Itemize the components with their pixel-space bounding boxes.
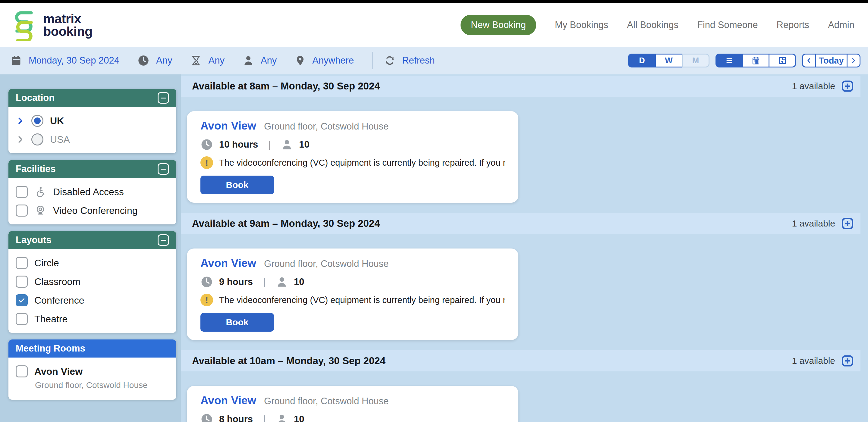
main-nav: New Booking My Bookings All Bookings Fin… xyxy=(461,15,855,35)
calendar-view-icon xyxy=(751,56,761,65)
layout-item-theatre: Theatre xyxy=(16,313,169,325)
facility-label: Video Conferencing xyxy=(53,205,138,216)
layouts-panel-header: Layouts xyxy=(8,231,176,249)
conference-checkbox[interactable] xyxy=(16,294,28,306)
avon-view-checkbox[interactable] xyxy=(16,365,28,378)
meeting-rooms-panel-title: Meeting Rooms xyxy=(16,343,85,354)
nav-find-someone[interactable]: Find Someone xyxy=(697,20,758,30)
disabled-access-checkbox[interactable] xyxy=(16,186,28,198)
layout-label: Theatre xyxy=(34,314,67,325)
room-name-link[interactable]: Avon View xyxy=(200,120,256,132)
expand-plus-icon[interactable] xyxy=(841,79,855,93)
theatre-checkbox[interactable] xyxy=(16,313,28,325)
filter-bar: Monday, 30 Sep 2024 Any Any Any xyxy=(0,47,868,74)
clock-icon xyxy=(200,413,213,422)
room-name-link[interactable]: Avon View xyxy=(200,257,256,269)
time-filter[interactable]: Any xyxy=(137,55,172,67)
nav-admin[interactable]: Admin xyxy=(828,20,855,30)
collapse-icon[interactable] xyxy=(158,92,169,104)
facilities-panel: Facilities Disabled Access xyxy=(8,160,176,224)
today-button[interactable]: Today xyxy=(815,54,847,67)
usa-radio[interactable] xyxy=(31,133,43,145)
nav-all-bookings[interactable]: All Bookings xyxy=(627,20,678,30)
room-location: Ground floor, Cotswold House xyxy=(264,396,389,407)
refresh-icon xyxy=(384,55,396,66)
expand-plus-icon[interactable] xyxy=(841,217,855,230)
attendees-filter-value: Any xyxy=(261,55,277,66)
period-month-button: M xyxy=(682,54,710,67)
clock-icon xyxy=(137,55,150,67)
filter-divider xyxy=(372,52,373,69)
location-label: USA xyxy=(50,134,70,145)
floorplan-view-button[interactable] xyxy=(769,54,796,67)
attendees-filter[interactable]: Any xyxy=(243,55,277,67)
clock-icon xyxy=(200,138,213,151)
logo-wordmark: matrix booking xyxy=(43,12,93,38)
room-card: Avon View Ground floor, Cotswold House 9… xyxy=(187,249,518,340)
details-separator: | xyxy=(268,139,271,150)
collapse-icon[interactable] xyxy=(158,234,169,246)
availability-section-header: Available at 10am – Monday, 30 Sep 2024 … xyxy=(181,350,861,371)
uk-radio[interactable] xyxy=(31,115,43,127)
floorplan-view-icon xyxy=(778,56,787,65)
room-card: Avon View Ground floor, Cotswold House 1… xyxy=(187,111,518,203)
section-title: Available at 10am – Monday, 30 Sep 2024 xyxy=(192,355,385,366)
room-label: Avon View xyxy=(34,366,83,377)
room-capacity: 10 xyxy=(294,277,304,287)
period-day-button[interactable]: D xyxy=(628,54,656,67)
facility-label: Disabled Access xyxy=(53,187,124,198)
warning-icon: ! xyxy=(200,156,213,169)
nav-new-booking[interactable]: New Booking xyxy=(461,15,536,35)
video-conferencing-checkbox[interactable] xyxy=(16,204,28,217)
book-button[interactable]: Book xyxy=(200,313,274,332)
nav-reports[interactable]: Reports xyxy=(777,20,809,30)
location-filter[interactable]: Anywhere xyxy=(295,54,354,67)
person-icon xyxy=(276,413,288,422)
room-item-avon-view: Avon View xyxy=(16,365,169,378)
expand-plus-icon[interactable] xyxy=(841,354,855,368)
date-filter[interactable]: Monday, 30 Sep 2024 xyxy=(10,55,119,66)
room-sublabel: Ground floor, Cotswold House xyxy=(35,381,169,390)
warning-text: The videoconferencing (VC) equipment is … xyxy=(219,158,505,168)
next-day-button[interactable] xyxy=(846,54,861,67)
location-item-usa: USA xyxy=(16,133,169,145)
chevron-right-icon[interactable] xyxy=(16,135,25,144)
classroom-checkbox[interactable] xyxy=(16,275,28,288)
layout-item-conference: Conference xyxy=(16,294,169,306)
list-view-button[interactable] xyxy=(715,54,743,67)
previous-day-button[interactable] xyxy=(802,54,816,67)
calendar-view-button[interactable] xyxy=(742,54,770,67)
period-week-button[interactable]: W xyxy=(655,54,683,67)
view-controls: D W M xyxy=(628,54,861,67)
details-separator: | xyxy=(263,414,266,422)
circle-checkbox[interactable] xyxy=(16,257,28,269)
webcam-icon xyxy=(34,204,46,217)
time-filter-value: Any xyxy=(156,55,172,66)
book-button[interactable]: Book xyxy=(200,175,274,194)
layout-label: Classroom xyxy=(34,276,81,287)
collapse-icon[interactable] xyxy=(158,163,169,175)
list-view-icon xyxy=(725,56,734,65)
room-name-link[interactable]: Avon View xyxy=(200,394,256,407)
chevron-right-icon[interactable] xyxy=(16,116,25,125)
calendar-icon xyxy=(10,55,22,66)
meeting-rooms-panel-header: Meeting Rooms xyxy=(8,339,176,358)
wheelchair-icon xyxy=(34,186,46,198)
browser-top-bar xyxy=(0,0,868,3)
duration-filter[interactable]: Any xyxy=(190,55,224,67)
room-duration: 9 hours xyxy=(219,277,253,287)
availability-results: Available at 8am – Monday, 30 Sep 2024 1… xyxy=(181,74,868,422)
layout-toggle-group xyxy=(715,54,796,67)
location-panel-title: Location xyxy=(16,93,55,103)
date-filter-value: Monday, 30 Sep 2024 xyxy=(29,55,119,66)
facility-item-video-conferencing: Video Conferencing xyxy=(16,204,169,217)
nav-my-bookings[interactable]: My Bookings xyxy=(555,20,608,30)
date-nav-group: Today xyxy=(802,54,861,67)
refresh-button[interactable]: Refresh xyxy=(384,55,435,66)
availability-section-header: Available at 8am – Monday, 30 Sep 2024 1… xyxy=(181,75,861,97)
person-icon xyxy=(243,55,254,67)
room-capacity: 10 xyxy=(299,139,309,150)
layouts-panel-title: Layouts xyxy=(16,235,52,246)
layout-label: Circle xyxy=(34,258,59,269)
app-header: matrix booking New Booking My Bookings A… xyxy=(0,3,868,47)
